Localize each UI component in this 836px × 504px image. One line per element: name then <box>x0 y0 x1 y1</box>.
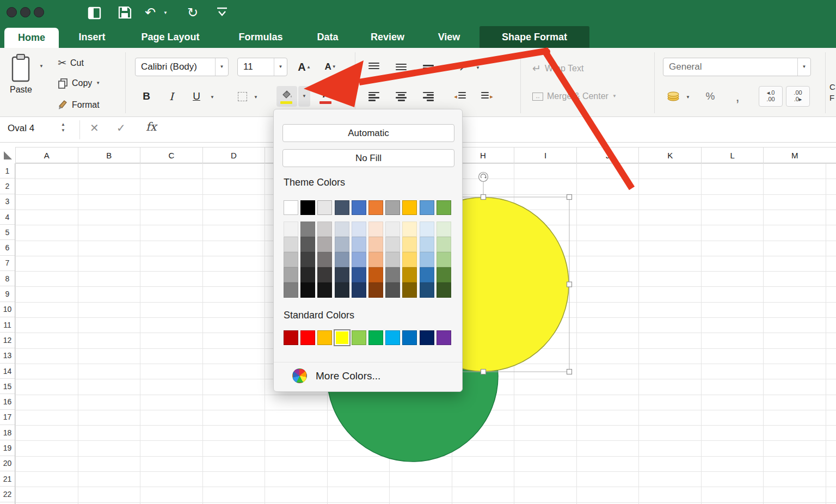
tab-view[interactable]: View <box>432 26 466 48</box>
theme-variant-swatch-0-0[interactable] <box>284 222 298 237</box>
customize-toolbar-icon[interactable] <box>216 7 229 21</box>
theme-variant-swatch-4-0[interactable] <box>352 222 366 237</box>
font-size-select[interactable]: 11 ▼ <box>237 58 287 76</box>
row-header-15[interactable]: 15 <box>0 379 15 394</box>
tab-insert[interactable]: Insert <box>73 26 110 48</box>
standard-color-swatch-0[interactable] <box>284 330 298 345</box>
borders-caret-icon[interactable]: ▼ <box>254 95 258 100</box>
font-family-select[interactable]: Calibri (Body) ▼ <box>135 58 229 76</box>
theme-variant-swatch-9-2[interactable] <box>437 252 451 267</box>
align-center-button[interactable] <box>391 86 411 107</box>
close-window-button[interactable] <box>7 7 17 17</box>
more-colors-button[interactable]: More Colors... <box>274 362 462 389</box>
theme-variant-swatch-4-1[interactable] <box>352 237 366 252</box>
theme-variant-swatch-1-4[interactable] <box>300 282 315 298</box>
row-header-11[interactable]: 11 <box>0 317 15 333</box>
theme-variant-swatch-1-3[interactable] <box>300 267 315 282</box>
decrease-indent-button[interactable]: ◂ <box>450 86 470 107</box>
undo-caret-icon[interactable]: ▼ <box>163 11 168 15</box>
theme-variant-swatch-8-3[interactable] <box>420 267 434 282</box>
theme-variant-swatch-5-0[interactable] <box>368 222 383 237</box>
borders-button[interactable] <box>232 86 253 107</box>
fill-color-caret-button[interactable]: ▼ <box>298 86 310 107</box>
theme-variant-swatch-6-1[interactable] <box>385 237 400 252</box>
row-header-22[interactable]: 22 <box>0 487 15 502</box>
column-header-A[interactable]: A <box>15 147 78 163</box>
cancel-button[interactable]: ✕ <box>90 121 99 134</box>
tab-formulas[interactable]: Formulas <box>230 26 292 48</box>
standard-color-swatch-5[interactable] <box>368 330 383 345</box>
standard-color-swatch-2[interactable] <box>317 330 332 345</box>
bold-button[interactable]: B <box>136 86 157 107</box>
row-header-20[interactable]: 20 <box>0 456 15 471</box>
row-header-9[interactable]: 9 <box>0 286 15 302</box>
standard-color-swatch-9[interactable] <box>437 330 451 345</box>
theme-variant-swatch-1-1[interactable] <box>300 237 315 252</box>
format-button[interactable]: Format <box>58 100 100 110</box>
accounting-format-button[interactable] <box>663 86 684 107</box>
theme-variant-swatch-7-3[interactable] <box>402 267 417 282</box>
theme-variant-swatch-9-1[interactable] <box>437 237 451 252</box>
theme-variant-swatch-4-3[interactable] <box>352 267 366 282</box>
automatic-button[interactable]: Automatic <box>282 124 454 142</box>
theme-variant-swatch-6-2[interactable] <box>385 252 400 267</box>
select-all-corner[interactable] <box>0 147 15 163</box>
tab-home[interactable]: Home <box>4 28 59 48</box>
increase-indent-button[interactable]: ▸ <box>477 86 497 107</box>
theme-variant-swatch-5-1[interactable] <box>368 237 383 252</box>
column-header-J[interactable]: J <box>576 147 639 163</box>
standard-color-swatch-7[interactable] <box>402 330 417 345</box>
row-header-14[interactable]: 14 <box>0 364 15 379</box>
zoom-window-button[interactable] <box>34 7 44 17</box>
theme-variant-swatch-7-4[interactable] <box>402 282 417 298</box>
theme-variant-swatch-5-4[interactable] <box>368 282 383 298</box>
column-header-L[interactable]: L <box>701 147 764 163</box>
theme-variant-swatch-5-2[interactable] <box>368 252 383 267</box>
no-fill-button[interactable]: No Fill <box>282 149 454 167</box>
theme-variant-swatch-3-0[interactable] <box>335 222 349 237</box>
theme-variant-swatch-4-2[interactable] <box>352 252 366 267</box>
row-header-6[interactable]: 6 <box>0 241 15 256</box>
theme-color-swatch-9[interactable] <box>437 200 451 215</box>
theme-color-swatch-1[interactable] <box>300 200 315 215</box>
increase-decimal-button[interactable]: ◂.0 .00 <box>759 86 783 107</box>
standard-color-swatch-3[interactable] <box>335 330 349 345</box>
align-left-button[interactable] <box>364 86 384 107</box>
theme-variant-swatch-2-2[interactable] <box>317 252 332 267</box>
row-header-7[interactable]: 7 <box>0 256 15 271</box>
row-header-21[interactable]: 21 <box>0 471 15 487</box>
standard-color-swatch-8[interactable] <box>420 330 434 345</box>
row-header-8[interactable]: 8 <box>0 271 15 286</box>
row-header-5[interactable]: 5 <box>0 225 15 240</box>
column-header-C[interactable]: C <box>140 147 202 163</box>
row-header-4[interactable]: 4 <box>0 210 15 225</box>
theme-variant-swatch-8-4[interactable] <box>420 282 434 298</box>
theme-variant-swatch-9-3[interactable] <box>437 267 451 282</box>
orientation-button[interactable]: ↗ <box>453 57 474 77</box>
decrease-decimal-button[interactable]: .00 .0▸ <box>786 86 810 107</box>
column-header-D[interactable]: D <box>202 147 265 163</box>
theme-variant-swatch-3-4[interactable] <box>335 282 349 298</box>
row-header-19[interactable]: 19 <box>0 440 15 456</box>
column-header-I[interactable]: I <box>514 147 576 163</box>
enter-button[interactable]: ✓ <box>116 121 126 134</box>
column-header-K[interactable]: K <box>638 147 701 163</box>
theme-variant-swatch-6-0[interactable] <box>385 222 400 237</box>
align-right-button[interactable] <box>418 86 439 107</box>
row-header-17[interactable]: 17 <box>0 410 15 425</box>
theme-variant-swatch-2-1[interactable] <box>317 237 332 252</box>
theme-variant-swatch-6-4[interactable] <box>385 282 400 298</box>
tab-review[interactable]: Review <box>364 26 411 48</box>
theme-variant-swatch-1-0[interactable] <box>300 222 315 237</box>
fill-color-button[interactable] <box>276 86 297 107</box>
theme-color-swatch-4[interactable] <box>352 200 366 215</box>
theme-variant-swatch-2-3[interactable] <box>317 267 332 282</box>
theme-variant-swatch-0-4[interactable] <box>284 282 298 298</box>
tab-data[interactable]: Data <box>309 26 346 48</box>
theme-color-swatch-2[interactable] <box>317 200 332 215</box>
theme-color-swatch-5[interactable] <box>368 200 383 215</box>
tab-shape-format[interactable]: Shape Format <box>480 26 589 48</box>
theme-variant-swatch-2-4[interactable] <box>317 282 332 298</box>
column-header-M[interactable]: M <box>763 147 826 163</box>
number-format-select[interactable]: General ▼ <box>663 58 811 76</box>
